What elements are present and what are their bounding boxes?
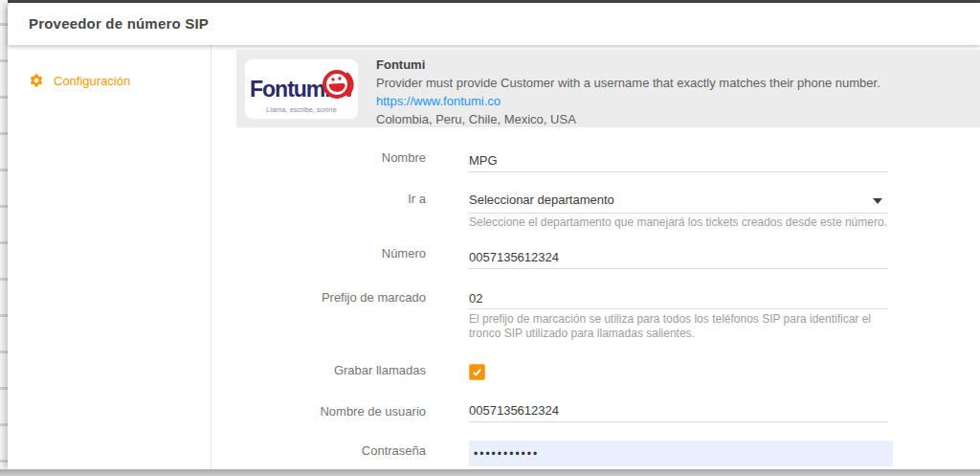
name-field-label: Nombre xyxy=(230,150,426,165)
number-field-label: Número xyxy=(230,246,426,261)
sidebar-item-label: Configuración xyxy=(54,74,130,88)
dialog-title: Proveedor de número SIP xyxy=(29,15,209,32)
username-field-label: Nombre de usuario xyxy=(230,404,426,419)
department-field-label: Ir a xyxy=(230,192,426,206)
department-select[interactable]: Seleccionar departamento xyxy=(469,191,888,214)
password-field-label: Contraseña xyxy=(230,443,426,458)
logo-tagline: Llama, escribe, sonríe xyxy=(266,105,337,114)
sidebar-divider xyxy=(211,45,212,469)
provider-url-link[interactable]: https://www.fontumi.co xyxy=(376,92,880,110)
name-input[interactable] xyxy=(469,149,888,172)
provider-description: Provider must provide Customer with a us… xyxy=(376,74,880,92)
username-input[interactable] xyxy=(469,399,888,422)
password-input[interactable] xyxy=(469,441,893,466)
provider-info-box: Fontumi Llama, escribe, sonríe Fontumi P… xyxy=(236,50,980,127)
fontumi-logo: Fontumi Llama, escribe, sonríe xyxy=(245,59,358,119)
sidebar-item-configuracion[interactable]: Configuración xyxy=(29,71,130,90)
gear-icon xyxy=(29,73,44,88)
department-help-text: Seleccione el departamento que manejará … xyxy=(469,215,895,230)
record-calls-checkbox[interactable] xyxy=(469,364,485,380)
dial-prefix-input[interactable] xyxy=(469,288,888,309)
logo-face-icon xyxy=(324,72,352,97)
dialog-header: Proveedor de número SIP xyxy=(8,3,980,45)
backdrop-bottom-strip xyxy=(0,469,980,476)
dial-prefix-help-text: El prefijo de marcación se utiliza para … xyxy=(469,312,895,341)
provider-countries: Colombia, Peru, Chile, Mexico, USA xyxy=(376,110,880,128)
record-calls-field-label: Grabar llamadas xyxy=(230,363,426,377)
dial-prefix-field-label: Prefijo de marcado xyxy=(230,290,426,305)
department-select-value: Seleccionar departamento xyxy=(469,193,614,207)
checkmark-icon xyxy=(472,367,482,377)
backdrop-left-strip xyxy=(0,0,8,476)
number-input[interactable] xyxy=(469,246,888,269)
provider-name: Fontumi xyxy=(376,56,880,74)
logo-wordmark: Fontumi xyxy=(250,77,330,102)
dropdown-arrow-icon xyxy=(873,198,882,204)
